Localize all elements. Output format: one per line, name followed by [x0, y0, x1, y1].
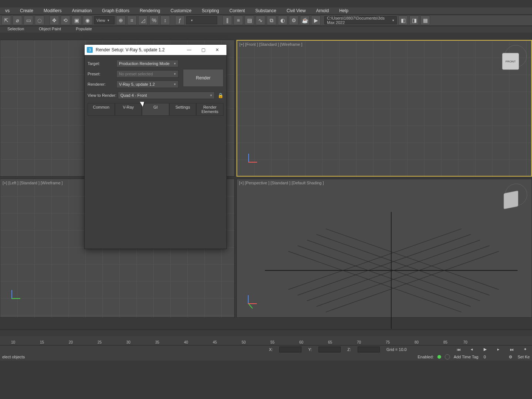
menu-item[interactable]: Modifiers: [38, 7, 67, 14]
viewport-container: [+] [Front ] [Standard ] [Wireframe ] FR…: [0, 40, 532, 318]
unlink-icon[interactable]: ⌀: [13, 16, 22, 25]
menu-item[interactable]: Arnold: [311, 7, 334, 14]
close-button[interactable]: ✕: [210, 45, 224, 55]
mirror-icon[interactable]: ‖: [222, 16, 232, 25]
menu-item[interactable]: Scripting: [197, 7, 224, 14]
minimize-button[interactable]: —: [182, 45, 196, 55]
timeline-track[interactable]: [0, 330, 532, 336]
ruler-tick: 30: [126, 340, 130, 344]
align-icon[interactable]: ≡: [233, 16, 243, 25]
play-icon[interactable]: ▶: [482, 346, 488, 353]
renderer-dropdown[interactable]: V-Ray 5, update 1.2: [116, 81, 178, 88]
coord-y-input[interactable]: [318, 347, 341, 352]
menu-item[interactable]: Rendering: [134, 7, 165, 14]
viewport-label[interactable]: [+] [Left ] [Standard ] [Wireframe ]: [3, 181, 63, 185]
view-to-render-dropdown[interactable]: Quad 4 - Front: [118, 92, 215, 99]
named-selection-dropdown[interactable]: [186, 16, 217, 24]
label-x: X:: [269, 347, 273, 352]
placement-icon[interactable]: ◉: [83, 16, 92, 25]
ribbon-tab[interactable]: Populate: [76, 27, 92, 33]
script-listener-icon[interactable]: [445, 354, 450, 359]
ruler-tick: 50: [242, 340, 246, 344]
goto-start-icon[interactable]: ⏮: [455, 346, 462, 353]
tab-gi[interactable]: GI: [142, 103, 169, 115]
move-icon[interactable]: ✥: [50, 16, 59, 25]
tab-render-elements[interactable]: Render Elements: [196, 103, 224, 115]
ruler-tick: 80: [415, 340, 419, 344]
dialog-titlebar[interactable]: 3 Render Setup: V-Ray 5, update 1.2 — ▢ …: [85, 45, 226, 55]
frame-input[interactable]: 0: [482, 355, 504, 359]
goto-end-icon[interactable]: ⏭: [508, 346, 515, 353]
viewport-bottom-right[interactable]: [+] [Perspective ] [Standard ] [Default …: [236, 179, 532, 318]
viewcube-ring[interactable]: FRONT: [505, 45, 527, 67]
viewport-top-right[interactable]: [+] [Front ] [Standard ] [Wireframe ] FR…: [236, 40, 532, 177]
reset-layout-icon[interactable]: ◨: [409, 16, 419, 25]
main-menu-bar: vs Create Modifiers Animation Graph Edit…: [0, 7, 532, 14]
preset-dropdown[interactable]: No preset selected: [116, 70, 178, 78]
ruler-tick: 15: [40, 340, 44, 344]
label-y: Y:: [308, 347, 312, 352]
layer-icon[interactable]: ▤: [245, 16, 254, 25]
scale-icon[interactable]: ▣: [72, 16, 81, 25]
refcoord-dropdown[interactable]: View: [94, 16, 115, 24]
ruler-tick: 10: [11, 340, 15, 344]
more-icon[interactable]: ▦: [420, 16, 430, 25]
main-toolbar: ⇱ ⌀ ▭ ◌ ✥ ⟲ ▣ ◉ View ⊕ ⌗ ◿ % ↕ ƒ ‖ ≡ ▤ ∿…: [0, 15, 532, 26]
menu-item[interactable]: Civil View: [282, 7, 311, 14]
percent-snap-icon[interactable]: %: [149, 16, 159, 25]
lock-icon[interactable]: 🔒: [218, 93, 224, 98]
svg-line-4: [288, 229, 461, 290]
material-editor-icon[interactable]: ◐: [278, 16, 287, 25]
tab-vray[interactable]: V-Ray: [115, 103, 142, 115]
ruler-tick: 35: [155, 340, 159, 344]
select-link-icon[interactable]: ⇱: [1, 16, 11, 25]
coord-z-input[interactable]: [358, 347, 380, 352]
tab-common[interactable]: Common: [88, 103, 115, 115]
snap-toggle-icon[interactable]: ⌗: [127, 16, 137, 25]
add-time-tag-button[interactable]: Add Time Tag: [454, 355, 478, 359]
menu-item[interactable]: Customize: [166, 7, 197, 14]
render-setup-icon[interactable]: ⚙: [289, 16, 299, 25]
target-dropdown[interactable]: Production Rendering Mode: [116, 60, 178, 67]
dialog-title: Render Setup: V-Ray 5, update 1.2: [96, 47, 182, 52]
spinner-snap-icon[interactable]: ↕: [160, 16, 170, 25]
ribbon-tab[interactable]: Object Paint: [39, 27, 61, 33]
menu-item[interactable]: Create: [15, 7, 38, 14]
menu-item[interactable]: Content: [224, 7, 250, 14]
prev-frame-icon[interactable]: ◂: [468, 346, 475, 353]
tab-settings[interactable]: Settings: [169, 103, 197, 115]
next-frame-icon[interactable]: ▸: [495, 346, 502, 353]
rotate-icon[interactable]: ⟲: [61, 16, 70, 25]
ruler-tick: 85: [443, 340, 447, 344]
menu-item[interactable]: Help: [334, 7, 354, 14]
render-button[interactable]: Render: [183, 69, 224, 87]
label-target: Target:: [88, 61, 116, 66]
menu-item[interactable]: vs: [0, 7, 15, 14]
pivot-icon[interactable]: ⊕: [116, 16, 126, 25]
render-frame-icon[interactable]: ☕: [300, 16, 310, 25]
maximize-button[interactable]: ▢: [196, 45, 210, 55]
workspace-icon[interactable]: ◧: [398, 16, 408, 25]
rect-select-icon[interactable]: ▭: [24, 16, 33, 25]
lasso-icon[interactable]: ◌: [35, 16, 44, 25]
named-sel-icon[interactable]: ƒ: [175, 16, 185, 25]
menu-item[interactable]: Graph Editors: [97, 7, 134, 14]
set-key-button[interactable]: Set Ke: [518, 355, 530, 359]
ribbon-tab[interactable]: Selection: [7, 27, 24, 33]
curve-editor-icon[interactable]: ∿: [256, 16, 265, 25]
time-config-icon[interactable]: ⚙: [507, 354, 514, 360]
render-setup-dialog: 3 Render Setup: V-Ray 5, update 1.2 — ▢ …: [84, 44, 227, 249]
key-mode-icon[interactable]: ✦: [522, 346, 528, 353]
render-icon[interactable]: ▶: [311, 16, 321, 25]
menu-item[interactable]: Substance: [250, 7, 282, 14]
grid-value: Grid = 10.0: [386, 347, 407, 352]
schematic-icon[interactable]: ⧉: [267, 16, 276, 25]
viewport-label[interactable]: [+] [Front ] [Standard ] [Wireframe ]: [239, 42, 302, 47]
time-ruler[interactable]: 1015202530354045505560657075808570: [0, 336, 532, 345]
coord-x-input[interactable]: [279, 347, 301, 352]
enabled-label: Enabled:: [417, 355, 433, 359]
angle-snap-icon[interactable]: ◿: [138, 16, 148, 25]
viewcube[interactable]: FRONT: [502, 53, 519, 70]
menu-item[interactable]: Animation: [67, 7, 97, 14]
project-path-display[interactable]: C:\Users\18807\Documents\3ds Max 2022: [324, 16, 397, 24]
